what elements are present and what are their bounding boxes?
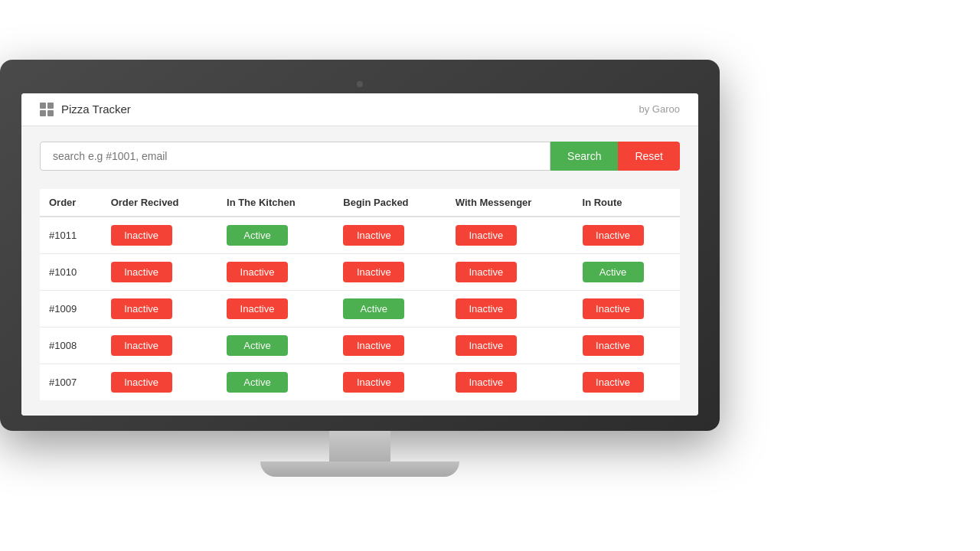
cell-4-2: Inactive: [334, 364, 446, 400]
col-order: Order: [40, 189, 102, 217]
status-btn-4-1[interactable]: Active: [227, 372, 288, 393]
status-btn-4-2[interactable]: Inactive: [343, 372, 404, 393]
status-btn-1-0[interactable]: Inactive: [111, 262, 172, 282]
cell-3-3: Inactive: [446, 327, 573, 364]
cell-1-1: Inactive: [217, 253, 334, 290]
cell-1-0: Inactive: [102, 253, 217, 290]
cell-3-1: Active: [217, 327, 334, 364]
table-row: #1010InactiveInactiveInactiveInactiveAct…: [40, 253, 680, 290]
status-btn-0-4[interactable]: Inactive: [583, 225, 644, 246]
status-btn-3-1[interactable]: Active: [227, 335, 288, 356]
app-title-group: Pizza Tracker: [40, 103, 131, 116]
status-btn-4-4[interactable]: Inactive: [583, 372, 644, 393]
monitor-bezel: Pizza Tracker by Garoo Search Reset: [0, 60, 720, 431]
cell-2-4: Inactive: [573, 290, 680, 327]
header-row: Order Order Recived In The Kitchen Begin…: [40, 189, 680, 217]
monitor-frame: Pizza Tracker by Garoo Search Reset: [0, 60, 720, 477]
status-btn-3-2[interactable]: Inactive: [343, 335, 404, 356]
cell-3-0: Inactive: [102, 327, 217, 364]
reset-button[interactable]: Reset: [618, 142, 680, 171]
cell-2-0: Inactive: [102, 290, 217, 327]
cell-2-1: Inactive: [217, 290, 334, 327]
app-content: Search Reset Order Order Recived In The …: [21, 126, 698, 416]
col-packed: Begin Packed: [334, 189, 446, 217]
col-received: Order Recived: [102, 189, 217, 217]
status-btn-2-3[interactable]: Inactive: [456, 298, 517, 319]
status-btn-0-1[interactable]: Active: [227, 225, 288, 246]
search-button[interactable]: Search: [550, 142, 618, 171]
cell-2-3: Inactive: [446, 290, 573, 327]
col-route: In Route: [573, 189, 680, 217]
cell-0-2: Inactive: [334, 217, 446, 254]
status-btn-1-4[interactable]: Active: [583, 262, 644, 282]
table-row: #1008InactiveActiveInactiveInactiveInact…: [40, 327, 680, 364]
status-btn-2-4[interactable]: Inactive: [583, 298, 644, 319]
cell-4-4: Inactive: [573, 364, 680, 400]
status-btn-3-4[interactable]: Inactive: [583, 335, 644, 356]
order-number-0: #1011: [40, 217, 102, 254]
col-kitchen: In The Kitchen: [217, 189, 334, 217]
cell-2-2: Active: [334, 290, 446, 327]
monitor-stand-base: [260, 461, 459, 477]
order-number-1: #1010: [40, 253, 102, 290]
cell-0-3: Inactive: [446, 217, 573, 254]
cell-0-1: Active: [217, 217, 334, 254]
app-title: Pizza Tracker: [61, 103, 131, 116]
table-body: #1011InactiveActiveInactiveInactiveInact…: [40, 217, 680, 400]
tracker-table: Order Order Recived In The Kitchen Begin…: [40, 189, 680, 400]
status-btn-1-3[interactable]: Inactive: [456, 262, 517, 282]
status-btn-3-3[interactable]: Inactive: [456, 335, 517, 356]
status-btn-0-0[interactable]: Inactive: [111, 225, 172, 246]
icon-cell-4: [47, 110, 54, 116]
icon-cell-2: [47, 103, 54, 109]
app-icon: [40, 103, 54, 116]
monitor-screen: Pizza Tracker by Garoo Search Reset: [21, 93, 698, 416]
table-row: #1009InactiveInactiveActiveInactiveInact…: [40, 290, 680, 327]
status-btn-1-2[interactable]: Inactive: [343, 262, 404, 282]
icon-cell-3: [40, 110, 46, 116]
cell-3-4: Inactive: [573, 327, 680, 364]
cell-1-3: Inactive: [446, 253, 573, 290]
cell-3-2: Inactive: [334, 327, 446, 364]
table-row: #1011InactiveActiveInactiveInactiveInact…: [40, 217, 680, 254]
status-btn-4-3[interactable]: Inactive: [456, 372, 517, 393]
icon-cell-1: [40, 103, 46, 109]
status-btn-2-2[interactable]: Active: [343, 298, 404, 319]
cell-4-1: Active: [217, 364, 334, 400]
col-messenger: With Messenger: [446, 189, 573, 217]
app-by: by Garoo: [639, 103, 680, 115]
cell-0-0: Inactive: [102, 217, 217, 254]
status-btn-2-1[interactable]: Inactive: [227, 298, 288, 319]
status-btn-4-0[interactable]: Inactive: [111, 372, 172, 393]
cell-1-4: Active: [573, 253, 680, 290]
search-row: Search Reset: [40, 142, 680, 171]
order-number-4: #1007: [40, 364, 102, 400]
search-input[interactable]: [40, 142, 550, 171]
order-number-3: #1008: [40, 327, 102, 364]
status-btn-0-3[interactable]: Inactive: [456, 225, 517, 246]
cell-4-0: Inactive: [102, 364, 217, 400]
cell-0-4: Inactive: [573, 217, 680, 254]
table-header: Order Order Recived In The Kitchen Begin…: [40, 189, 680, 217]
app-header: Pizza Tracker by Garoo: [21, 93, 698, 126]
status-btn-3-0[interactable]: Inactive: [111, 335, 172, 356]
status-btn-2-0[interactable]: Inactive: [111, 298, 172, 319]
monitor-stand-neck: [329, 431, 390, 461]
order-number-2: #1009: [40, 290, 102, 327]
cell-4-3: Inactive: [446, 364, 573, 400]
table-row: #1007InactiveActiveInactiveInactiveInact…: [40, 364, 680, 400]
monitor-camera: [357, 81, 363, 87]
cell-1-2: Inactive: [334, 253, 446, 290]
status-btn-1-1[interactable]: Inactive: [227, 262, 288, 282]
status-btn-0-2[interactable]: Inactive: [343, 225, 404, 246]
